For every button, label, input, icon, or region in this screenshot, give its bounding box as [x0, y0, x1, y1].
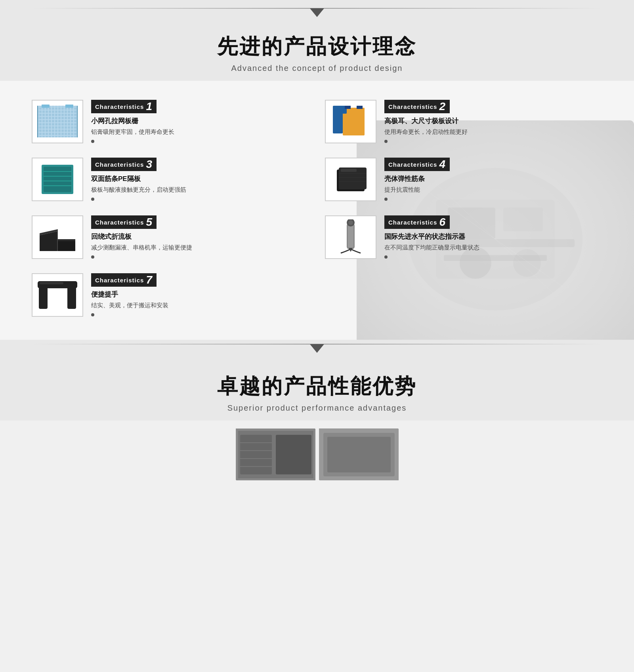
feature-desc-1: 铝膏吸附更牢固，使用寿命更长 — [91, 127, 309, 137]
feature-item-3: Characteristics 3 双面筋条PE隔板 极板与酸液接触更充分，启动… — [24, 150, 317, 208]
section-top — [0, 0, 634, 21]
page-wrapper: 先进的产品设计理念 Advanced the concept of produc… — [0, 0, 634, 672]
section-header: 先进的产品设计理念 Advanced the concept of produc… — [0, 21, 634, 81]
feature-desc-5: 减少测翻漏液、串格机率，运输更便捷 — [91, 243, 309, 252]
badge-text-6: Characteristics — [388, 219, 437, 226]
feature-image-1 — [32, 100, 83, 143]
feature-content-1: Characteristics 1 小网孔拉网板栅 铝膏吸附更牢固，使用寿命更长 — [91, 100, 309, 143]
char-number-2: 2 — [439, 101, 446, 112]
footer-title-zh: 卓越的产品性能优势 — [0, 373, 634, 400]
feature-dot-1 — [91, 140, 94, 143]
char-number-7: 7 — [146, 274, 153, 286]
feature-title-6: 国际先进水平的状态指示器 — [384, 232, 602, 241]
feature-item-1: Characteristics 1 小网孔拉网板栅 铝膏吸附更牢固，使用寿命更长 — [24, 93, 317, 150]
feature-title-5: 回绕式折流板 — [91, 232, 309, 241]
feature-dot-6 — [384, 255, 388, 259]
main-title-en: Advanced the concept of product design — [0, 64, 634, 73]
feature-content-2: Characteristics 2 高极耳、大尺寸极板设计 使用寿命更长，冷启动… — [384, 100, 602, 143]
feature-desc-3: 极板与酸液接触更充分，启动更强筋 — [91, 185, 309, 194]
bottom-products — [0, 421, 634, 488]
content-area: Characteristics 1 小网孔拉网板栅 铝膏吸附更牢固，使用寿命更长 — [0, 81, 634, 340]
badge-2: Characteristics 2 — [384, 100, 450, 113]
svg-rect-51 — [240, 435, 272, 474]
feature-desc-2: 使用寿命更长，冷启动性能更好 — [384, 127, 602, 137]
char-number-4: 4 — [439, 159, 446, 170]
badge-3: Characteristics 3 — [91, 158, 157, 171]
feature-title-1: 小网孔拉网板栅 — [91, 116, 309, 126]
svg-rect-24 — [44, 167, 71, 192]
badge-7: Characteristics 7 — [91, 273, 157, 287]
badge-text-7: Characteristics — [95, 277, 144, 284]
feature-desc-6: 在不同温度下均能正确显示电量状态 — [384, 243, 602, 252]
svg-rect-48 — [40, 282, 63, 284]
feature-dot-3 — [91, 198, 94, 201]
badge-text-2: Characteristics — [388, 103, 437, 110]
bottom-section-header: 卓越的产品性能优势 Superior product performance a… — [0, 361, 634, 421]
feature-content-4: Characteristics 4 壳体弹性筋条 提升抗震性能 — [384, 158, 602, 201]
feature-title-7: 便捷提手 — [91, 290, 309, 299]
svg-rect-17 — [65, 105, 73, 108]
feature-desc-7: 结实、美观，便于搬运和安装 — [91, 301, 309, 310]
badge-4: Characteristics 4 — [384, 158, 450, 171]
features-grid: Characteristics 1 小网孔拉网板栅 铝膏吸附更牢固，使用寿命更长 — [24, 93, 610, 324]
feature-dot-5 — [91, 255, 94, 259]
feature-desc-4: 提升抗震性能 — [384, 185, 602, 194]
main-title-zh: 先进的产品设计理念 — [0, 33, 634, 61]
feature-content-6: Characteristics 6 国际先进水平的状态指示器 在不同温度下均能正… — [384, 215, 602, 259]
feature-image-3 — [32, 158, 83, 201]
feature-image-6 — [325, 215, 376, 259]
feature-image-7 — [32, 273, 83, 317]
feature-image-4 — [325, 158, 376, 201]
product-thumb-1 — [236, 428, 315, 480]
badge-5: Characteristics 5 — [91, 215, 157, 229]
feature-item-empty — [317, 266, 610, 324]
svg-rect-41 — [348, 224, 353, 248]
feature-title-3: 双面筋条PE隔板 — [91, 174, 309, 183]
svg-rect-13 — [38, 106, 77, 137]
feature-item-7: Characteristics 7 便捷提手 结实、美观，便于搬运和安装 — [24, 266, 317, 324]
arrow-down-2-icon — [310, 344, 324, 353]
feature-content-5: Characteristics 5 回绕式折流板 减少测翻漏液、串格机率，运输更… — [91, 215, 309, 259]
feature-dot-2 — [384, 140, 388, 143]
feature-title-2: 高极耳、大尺寸极板设计 — [384, 116, 602, 126]
char-number-5: 5 — [146, 217, 153, 228]
char-number-6: 6 — [439, 217, 446, 228]
svg-rect-59 — [327, 437, 391, 472]
feature-image-5 — [32, 215, 83, 259]
feature-item-5: Characteristics 5 回绕式折流板 减少测翻漏液、串格机率，运输更… — [24, 208, 317, 266]
feature-item-2: Characteristics 2 高极耳、大尺寸极板设计 使用寿命更长，冷启动… — [317, 93, 610, 150]
arrow-down-icon — [310, 8, 324, 17]
feature-content-7: Characteristics 7 便捷提手 结实、美观，便于搬运和安装 — [91, 273, 309, 316]
badge-text-4: Characteristics — [388, 161, 437, 168]
svg-marker-38 — [57, 239, 75, 241]
badge-text-5: Characteristics — [95, 219, 144, 226]
svg-point-43 — [348, 220, 353, 225]
feature-item-4: Characteristics 4 壳体弹性筋条 提升抗震性能 — [317, 150, 610, 208]
feature-content-3: Characteristics 3 双面筋条PE隔板 极板与酸液接触更充分，启动… — [91, 158, 309, 201]
feature-dot-7 — [91, 313, 94, 316]
feature-dot-4 — [384, 198, 388, 201]
svg-marker-37 — [57, 241, 75, 251]
badge-1: Characteristics 1 — [91, 100, 157, 113]
char-number-3: 3 — [146, 159, 153, 170]
badge-text-1: Characteristics — [95, 103, 144, 110]
feature-image-2 — [325, 100, 376, 143]
feature-item-6: Characteristics 6 国际先进水平的状态指示器 在不同温度下均能正… — [317, 208, 610, 266]
product-thumb-2 — [319, 428, 398, 480]
section-bottom — [0, 340, 634, 361]
svg-rect-20 — [333, 112, 343, 133]
footer-title-en: Superior product performance advantages — [0, 404, 634, 413]
svg-rect-46 — [39, 287, 48, 309]
feature-title-4: 壳体弹性筋条 — [384, 174, 602, 183]
svg-rect-16 — [42, 105, 50, 108]
svg-rect-31 — [341, 169, 357, 172]
svg-rect-22 — [357, 106, 363, 109]
badge-6: Characteristics 6 — [384, 215, 450, 229]
badge-text-3: Characteristics — [95, 161, 144, 168]
svg-rect-47 — [67, 287, 76, 309]
svg-rect-52 — [276, 435, 311, 474]
char-number-1: 1 — [146, 101, 153, 112]
svg-rect-21 — [345, 106, 351, 109]
